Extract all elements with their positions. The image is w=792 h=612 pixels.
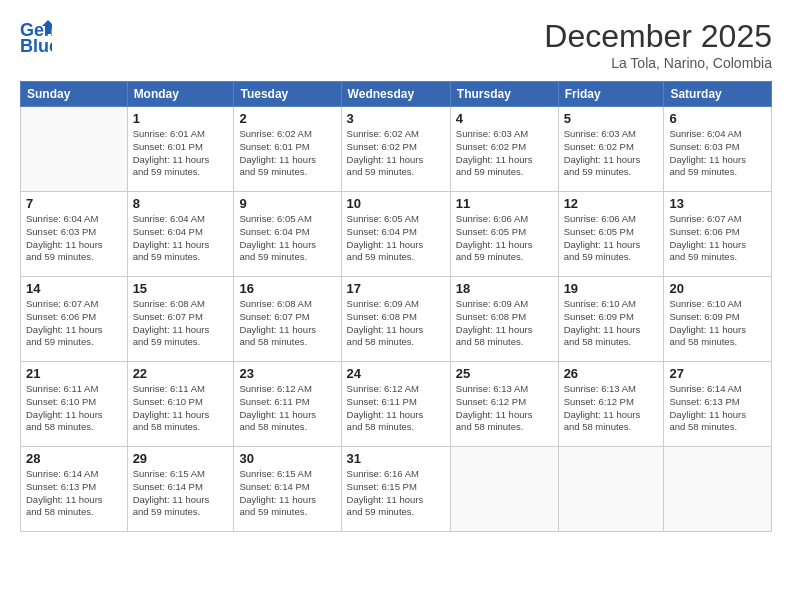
day-info: Sunrise: 6:03 AM Sunset: 6:02 PM Dayligh…: [456, 128, 553, 179]
day-number: 14: [26, 281, 122, 296]
calendar-cell: 30Sunrise: 6:15 AM Sunset: 6:14 PM Dayli…: [234, 447, 341, 532]
day-number: 23: [239, 366, 335, 381]
logo-icon: General Blue: [20, 18, 52, 54]
day-info: Sunrise: 6:12 AM Sunset: 6:11 PM Dayligh…: [347, 383, 445, 434]
header: General Blue December 2025 La Tola, Nari…: [20, 18, 772, 71]
calendar-cell: 11Sunrise: 6:06 AM Sunset: 6:05 PM Dayli…: [450, 192, 558, 277]
day-info: Sunrise: 6:16 AM Sunset: 6:15 PM Dayligh…: [347, 468, 445, 519]
calendar-cell: 12Sunrise: 6:06 AM Sunset: 6:05 PM Dayli…: [558, 192, 664, 277]
calendar-cell: 13Sunrise: 6:07 AM Sunset: 6:06 PM Dayli…: [664, 192, 772, 277]
day-number: 13: [669, 196, 766, 211]
day-info: Sunrise: 6:10 AM Sunset: 6:09 PM Dayligh…: [564, 298, 659, 349]
calendar-cell: 19Sunrise: 6:10 AM Sunset: 6:09 PM Dayli…: [558, 277, 664, 362]
calendar-cell: 20Sunrise: 6:10 AM Sunset: 6:09 PM Dayli…: [664, 277, 772, 362]
location-subtitle: La Tola, Narino, Colombia: [544, 55, 772, 71]
weekday-header: Friday: [558, 82, 664, 107]
day-number: 18: [456, 281, 553, 296]
calendar-cell: 26Sunrise: 6:13 AM Sunset: 6:12 PM Dayli…: [558, 362, 664, 447]
day-info: Sunrise: 6:14 AM Sunset: 6:13 PM Dayligh…: [26, 468, 122, 519]
calendar-cell: 27Sunrise: 6:14 AM Sunset: 6:13 PM Dayli…: [664, 362, 772, 447]
page: General Blue December 2025 La Tola, Nari…: [0, 0, 792, 612]
calendar-cell: 3Sunrise: 6:02 AM Sunset: 6:02 PM Daylig…: [341, 107, 450, 192]
day-number: 7: [26, 196, 122, 211]
day-info: Sunrise: 6:15 AM Sunset: 6:14 PM Dayligh…: [239, 468, 335, 519]
day-number: 5: [564, 111, 659, 126]
day-info: Sunrise: 6:02 AM Sunset: 6:02 PM Dayligh…: [347, 128, 445, 179]
weekday-header: Thursday: [450, 82, 558, 107]
day-info: Sunrise: 6:07 AM Sunset: 6:06 PM Dayligh…: [26, 298, 122, 349]
weekday-header: Saturday: [664, 82, 772, 107]
day-number: 16: [239, 281, 335, 296]
day-number: 8: [133, 196, 229, 211]
day-info: Sunrise: 6:05 AM Sunset: 6:04 PM Dayligh…: [239, 213, 335, 264]
day-number: 25: [456, 366, 553, 381]
calendar-cell: 2Sunrise: 6:02 AM Sunset: 6:01 PM Daylig…: [234, 107, 341, 192]
weekday-header: Tuesday: [234, 82, 341, 107]
calendar-cell: 25Sunrise: 6:13 AM Sunset: 6:12 PM Dayli…: [450, 362, 558, 447]
day-number: 28: [26, 451, 122, 466]
calendar-cell: [21, 107, 128, 192]
calendar-cell: 21Sunrise: 6:11 AM Sunset: 6:10 PM Dayli…: [21, 362, 128, 447]
calendar-cell: 5Sunrise: 6:03 AM Sunset: 6:02 PM Daylig…: [558, 107, 664, 192]
calendar-cell: [558, 447, 664, 532]
day-info: Sunrise: 6:13 AM Sunset: 6:12 PM Dayligh…: [456, 383, 553, 434]
calendar-cell: 7Sunrise: 6:04 AM Sunset: 6:03 PM Daylig…: [21, 192, 128, 277]
calendar-cell: 18Sunrise: 6:09 AM Sunset: 6:08 PM Dayli…: [450, 277, 558, 362]
calendar-cell: 23Sunrise: 6:12 AM Sunset: 6:11 PM Dayli…: [234, 362, 341, 447]
day-info: Sunrise: 6:05 AM Sunset: 6:04 PM Dayligh…: [347, 213, 445, 264]
day-number: 6: [669, 111, 766, 126]
calendar-cell: 4Sunrise: 6:03 AM Sunset: 6:02 PM Daylig…: [450, 107, 558, 192]
day-number: 30: [239, 451, 335, 466]
weekday-header: Wednesday: [341, 82, 450, 107]
day-info: Sunrise: 6:06 AM Sunset: 6:05 PM Dayligh…: [456, 213, 553, 264]
day-number: 9: [239, 196, 335, 211]
calendar: SundayMondayTuesdayWednesdayThursdayFrid…: [20, 81, 772, 532]
day-number: 20: [669, 281, 766, 296]
day-number: 24: [347, 366, 445, 381]
calendar-cell: 29Sunrise: 6:15 AM Sunset: 6:14 PM Dayli…: [127, 447, 234, 532]
day-number: 19: [564, 281, 659, 296]
calendar-cell: 9Sunrise: 6:05 AM Sunset: 6:04 PM Daylig…: [234, 192, 341, 277]
title-block: December 2025 La Tola, Narino, Colombia: [544, 18, 772, 71]
day-number: 12: [564, 196, 659, 211]
day-info: Sunrise: 6:04 AM Sunset: 6:03 PM Dayligh…: [26, 213, 122, 264]
day-info: Sunrise: 6:11 AM Sunset: 6:10 PM Dayligh…: [133, 383, 229, 434]
day-info: Sunrise: 6:03 AM Sunset: 6:02 PM Dayligh…: [564, 128, 659, 179]
day-info: Sunrise: 6:15 AM Sunset: 6:14 PM Dayligh…: [133, 468, 229, 519]
day-number: 15: [133, 281, 229, 296]
day-info: Sunrise: 6:07 AM Sunset: 6:06 PM Dayligh…: [669, 213, 766, 264]
day-number: 31: [347, 451, 445, 466]
calendar-cell: 24Sunrise: 6:12 AM Sunset: 6:11 PM Dayli…: [341, 362, 450, 447]
day-info: Sunrise: 6:09 AM Sunset: 6:08 PM Dayligh…: [456, 298, 553, 349]
calendar-cell: 22Sunrise: 6:11 AM Sunset: 6:10 PM Dayli…: [127, 362, 234, 447]
day-info: Sunrise: 6:11 AM Sunset: 6:10 PM Dayligh…: [26, 383, 122, 434]
day-info: Sunrise: 6:08 AM Sunset: 6:07 PM Dayligh…: [133, 298, 229, 349]
day-number: 3: [347, 111, 445, 126]
day-number: 10: [347, 196, 445, 211]
day-info: Sunrise: 6:04 AM Sunset: 6:03 PM Dayligh…: [669, 128, 766, 179]
svg-text:Blue: Blue: [20, 36, 52, 54]
weekday-header: Monday: [127, 82, 234, 107]
day-info: Sunrise: 6:09 AM Sunset: 6:08 PM Dayligh…: [347, 298, 445, 349]
logo: General Blue: [20, 18, 52, 54]
day-info: Sunrise: 6:04 AM Sunset: 6:04 PM Dayligh…: [133, 213, 229, 264]
day-info: Sunrise: 6:01 AM Sunset: 6:01 PM Dayligh…: [133, 128, 229, 179]
day-info: Sunrise: 6:06 AM Sunset: 6:05 PM Dayligh…: [564, 213, 659, 264]
day-number: 17: [347, 281, 445, 296]
calendar-cell: 28Sunrise: 6:14 AM Sunset: 6:13 PM Dayli…: [21, 447, 128, 532]
day-number: 27: [669, 366, 766, 381]
calendar-cell: 17Sunrise: 6:09 AM Sunset: 6:08 PM Dayli…: [341, 277, 450, 362]
calendar-cell: 8Sunrise: 6:04 AM Sunset: 6:04 PM Daylig…: [127, 192, 234, 277]
calendar-cell: 6Sunrise: 6:04 AM Sunset: 6:03 PM Daylig…: [664, 107, 772, 192]
day-number: 26: [564, 366, 659, 381]
calendar-cell: [450, 447, 558, 532]
day-info: Sunrise: 6:08 AM Sunset: 6:07 PM Dayligh…: [239, 298, 335, 349]
day-info: Sunrise: 6:02 AM Sunset: 6:01 PM Dayligh…: [239, 128, 335, 179]
day-number: 22: [133, 366, 229, 381]
weekday-header: Sunday: [21, 82, 128, 107]
day-info: Sunrise: 6:12 AM Sunset: 6:11 PM Dayligh…: [239, 383, 335, 434]
month-title: December 2025: [544, 18, 772, 55]
day-number: 21: [26, 366, 122, 381]
calendar-cell: 16Sunrise: 6:08 AM Sunset: 6:07 PM Dayli…: [234, 277, 341, 362]
day-number: 1: [133, 111, 229, 126]
